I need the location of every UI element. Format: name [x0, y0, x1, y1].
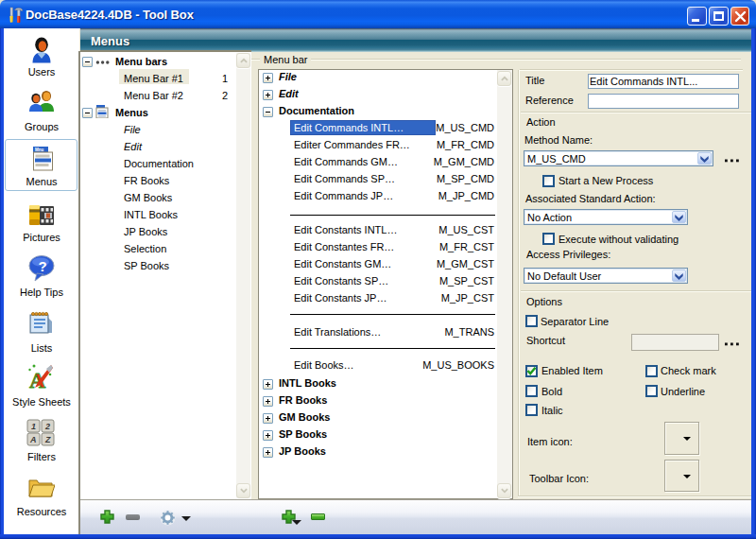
svg-text:1: 1 — [31, 422, 36, 431]
svg-text:A: A — [29, 435, 37, 444]
svg-text:Mnu: Mnu — [35, 148, 43, 152]
svg-text:Z: Z — [44, 435, 51, 444]
svg-text:?: ? — [39, 258, 47, 274]
svg-text:2: 2 — [44, 422, 50, 431]
